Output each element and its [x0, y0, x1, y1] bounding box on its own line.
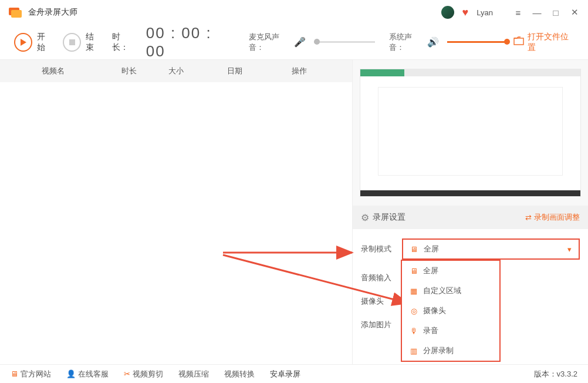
th-name: 视频名: [0, 66, 106, 76]
video-convert-link[interactable]: 视频转换: [224, 369, 255, 379]
app-logo: [8, 5, 22, 19]
chevron-down-icon: ▾: [567, 245, 572, 254]
option-audio[interactable]: 🎙录音: [402, 321, 499, 341]
settings-title: 录屏设置: [373, 212, 405, 223]
svg-rect-1: [11, 10, 22, 18]
menu-button[interactable]: ≡: [513, 7, 523, 18]
folder-icon: [513, 36, 524, 48]
duration-label: 时长：: [112, 32, 136, 53]
stop-icon: [69, 39, 75, 45]
th-duration: 时长: [106, 66, 153, 76]
version-label: 版本：v3.3.2: [534, 369, 577, 379]
open-folder-button[interactable]: 打开文件位置: [513, 32, 574, 53]
start-button[interactable]: [14, 33, 32, 52]
mic-icon: 🎙: [408, 327, 420, 335]
maximize-button[interactable]: □: [550, 7, 561, 18]
option-fullscreen[interactable]: 🖥全屏: [402, 261, 499, 281]
th-date: 日期: [200, 66, 270, 76]
mode-dropdown: 🖥全屏 ▦自定义区域 ◎摄像头 🎙录音 ▥分屏录制: [401, 260, 501, 362]
mic-label: 麦克风声音：: [249, 32, 292, 53]
adjust-screen-button[interactable]: ⇄ 录制画面调整: [525, 212, 580, 223]
audio-input-label: 音频输入: [361, 273, 402, 283]
headset-icon: 👤: [66, 369, 76, 378]
table-header: 视频名 时长 大小 日期 操作: [0, 60, 352, 82]
crop-icon: ▦: [408, 287, 420, 295]
monitor-icon: 🖥: [408, 267, 420, 276]
user-avatar[interactable]: [441, 6, 454, 19]
grid-icon: ▥: [408, 347, 420, 355]
speaker-icon[interactable]: 🔊: [427, 36, 439, 48]
camera-label: 摄像头: [361, 296, 402, 307]
stop-label: 结束: [86, 32, 102, 53]
svg-rect-2: [514, 38, 523, 45]
mic-slider[interactable]: [314, 41, 375, 43]
camera-icon: ◎: [408, 307, 420, 315]
start-label: 开始: [37, 32, 53, 53]
play-icon: [21, 39, 26, 46]
minimize-button[interactable]: —: [532, 7, 542, 18]
user-name: Lyan: [477, 8, 493, 17]
mode-label: 录制模式: [361, 244, 402, 254]
option-region[interactable]: ▦自定义区域: [402, 281, 499, 301]
monitor-icon: 🖥: [410, 245, 418, 254]
gear-icon: ⚙: [361, 212, 369, 223]
open-folder-label: 打开文件位置: [528, 32, 574, 53]
mode-value: 全屏: [424, 244, 439, 254]
sys-audio-label: 系统声音：: [389, 32, 425, 53]
scissors-icon: ✂: [124, 369, 130, 378]
system-slider[interactable]: [447, 41, 508, 43]
stop-button[interactable]: [63, 33, 81, 52]
th-op: 操作: [270, 66, 329, 76]
official-site-link[interactable]: 🖥官方网站: [11, 369, 51, 379]
mic-icon[interactable]: 🎤: [294, 36, 306, 48]
close-button[interactable]: ✕: [569, 7, 580, 18]
preview-area: [353, 60, 588, 206]
th-size: 大小: [153, 66, 200, 76]
heart-icon[interactable]: ♥: [462, 6, 469, 19]
table-body-empty: [0, 82, 352, 364]
video-cut-link[interactable]: ✂视频剪切: [124, 369, 163, 379]
addimg-label: 添加图片: [361, 320, 402, 330]
app-title: 金舟录屏大师: [28, 7, 77, 18]
android-record-link[interactable]: 安卓录屏: [270, 369, 300, 379]
customer-service-link[interactable]: 👤在线客服: [66, 369, 109, 379]
adjust-icon: ⇄: [525, 213, 532, 222]
timer-display: 00 : 00 : 00: [146, 24, 232, 61]
mode-select[interactable]: 🖥 全屏 ▾: [402, 238, 580, 260]
option-camera[interactable]: ◎摄像头: [402, 301, 499, 321]
monitor-icon: 🖥: [11, 369, 18, 378]
video-compress-link[interactable]: 视频压缩: [178, 369, 209, 379]
adjust-label: 录制画面调整: [534, 212, 580, 223]
option-split[interactable]: ▥分屏录制: [402, 341, 499, 361]
